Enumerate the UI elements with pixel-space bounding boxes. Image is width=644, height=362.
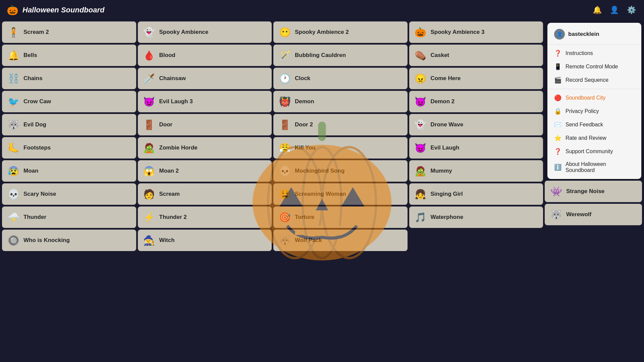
about-icon: ℹ️ xyxy=(554,164,561,171)
col-5: 👾Strange Noise🐺Werewolf xyxy=(545,181,642,225)
waterphone-label: Waterphone xyxy=(431,214,464,221)
crow-caw-label: Crow Caw xyxy=(23,98,51,105)
wolf-pack-label: Wolf Pack xyxy=(295,237,322,244)
sound-btn-bells[interactable]: 🔔Bells xyxy=(2,45,136,66)
moan-label: Moan xyxy=(23,168,38,174)
menu-item-support[interactable]: ❓ Support Community xyxy=(547,145,641,158)
sound-btn-spooky-ambience[interactable]: 👻Spooky Ambience xyxy=(138,21,272,43)
door2-icon: 🚪 xyxy=(279,119,291,130)
sound-btn-chains[interactable]: ⛓️Chains xyxy=(2,68,136,89)
scream-label: Scream xyxy=(159,191,180,197)
col-4: 🎃Spooky Ambience 3⚰️Casket😠Come Here😈Dem… xyxy=(409,21,543,361)
spooky-ambience-label: Spooky Ambience xyxy=(159,29,209,36)
crow-caw-icon: 🐦 xyxy=(7,96,19,107)
torture-icon: 🎯 xyxy=(279,212,291,223)
remote-control-icon: 📱 xyxy=(554,63,561,70)
sound-btn-crow-caw[interactable]: 🐦Crow Caw xyxy=(2,91,136,112)
sound-btn-evil-laugh[interactable]: 😈Evil Laugh xyxy=(409,137,543,159)
notification-icon[interactable]: 🔔 xyxy=(591,4,603,16)
sound-btn-screaming-woman[interactable]: 😫Screaming Woman xyxy=(273,183,408,205)
feedback-icon: ✉️ xyxy=(554,121,561,128)
support-label: Support Community xyxy=(566,148,613,155)
who-is-knocking-label: Who is Knocking xyxy=(23,237,70,244)
sound-btn-thunder2[interactable]: ⚡Thunder 2 xyxy=(138,206,272,228)
privacy-icon: 🔒 xyxy=(554,108,561,115)
scream2-label: Scream 2 xyxy=(23,29,49,36)
settings-icon[interactable]: ⚙️ xyxy=(626,4,637,16)
sound-btn-scream[interactable]: 🧑Scream xyxy=(138,183,272,205)
evil-dog-icon: 🐺 xyxy=(7,119,19,130)
menu-item-privacy-policy[interactable]: 🔒 Privacy Policy xyxy=(547,105,641,118)
sound-btn-singing-girl[interactable]: 👧Singing Girl xyxy=(409,183,543,205)
sound-btn-come-here[interactable]: 😠Come Here xyxy=(409,68,543,89)
sound-btn-blood[interactable]: 🩸Blood xyxy=(138,45,272,66)
sound-btn-mockingbird-song[interactable]: 💀Mockingbird Song xyxy=(273,160,408,182)
sound-btn-moan[interactable]: 😰Moan xyxy=(2,160,136,182)
clock-label: Clock xyxy=(295,75,310,82)
sound-btn-casket[interactable]: ⚰️Casket xyxy=(409,45,543,66)
sound-btn-werewolf[interactable]: 🐺Werewolf xyxy=(545,204,642,225)
user-avatar: 👤 xyxy=(554,29,565,40)
thunder2-icon: ⚡ xyxy=(143,212,155,223)
header-icon-group: 🔔 👤 ⚙️ xyxy=(591,4,637,16)
sound-btn-evil-dog[interactable]: 🐺Evil Dog xyxy=(2,114,136,135)
chainsaw-label: Chainsaw xyxy=(159,75,186,82)
sound-btn-waterphone[interactable]: 🎵Waterphone xyxy=(409,206,543,228)
demon2-icon: 😈 xyxy=(415,96,427,107)
sound-btn-wolf-pack[interactable]: 🐺Wolf Pack xyxy=(273,230,408,251)
sound-btn-door[interactable]: 🚪Door xyxy=(138,114,272,135)
demon2-label: Demon 2 xyxy=(431,98,455,105)
strange-noise-icon: 👾 xyxy=(550,186,562,197)
menu-item-rate-review[interactable]: ⭐ Rate and Review xyxy=(547,131,641,145)
instructions-label: Instructions xyxy=(566,50,593,56)
menu-item-send-feedback[interactable]: ✉️ Send Feedback xyxy=(547,118,641,131)
account-icon[interactable]: 👤 xyxy=(608,4,620,16)
sound-btn-spooky-ambience2[interactable]: 😶Spooky Ambience 2 xyxy=(273,21,408,43)
sound-btn-moan2[interactable]: 😱Moan 2 xyxy=(138,160,272,182)
rate-label: Rate and Review xyxy=(566,135,606,141)
blood-label: Blood xyxy=(159,52,175,59)
menu-item-soundboard-city[interactable]: 🔴 Soundboard City xyxy=(547,91,641,105)
col-2: 👻Spooky Ambience🩸Blood🗡️Chainsaw😈Evil La… xyxy=(138,21,272,361)
col-1: 🧍Scream 2🔔Bells⛓️Chains🐦Crow Caw🐺Evil Do… xyxy=(2,21,136,361)
header: 🎃 Halloween Soundboard 🔔 👤 ⚙️ xyxy=(0,0,644,20)
sound-btn-scream2[interactable]: 🧍Scream 2 xyxy=(2,21,136,43)
sound-btn-who-is-knocking[interactable]: 🔘Who is Knocking xyxy=(2,230,136,251)
evil-dog-label: Evil Dog xyxy=(23,121,46,128)
sound-btn-scary-noise[interactable]: 💀Scary Noise xyxy=(2,183,136,205)
sound-btn-witch[interactable]: 🧙Witch xyxy=(138,230,272,251)
sound-btn-drone-wave[interactable]: 👻Drone Wave xyxy=(409,114,543,135)
sound-btn-mummy[interactable]: 🧟Mummy xyxy=(409,160,543,182)
rate-icon: ⭐ xyxy=(554,134,561,142)
sound-btn-zombie-horde[interactable]: 🧟Zombie Horde xyxy=(138,137,272,159)
door2-label: Door 2 xyxy=(295,121,313,128)
drone-wave-icon: 👻 xyxy=(415,119,427,130)
menu-item-record-sequence[interactable]: 🎬 Record Sequence xyxy=(547,73,641,87)
sound-btn-evil-laugh3[interactable]: 😈Evil Laugh 3 xyxy=(138,91,272,112)
sound-btn-footsteps[interactable]: 🦶Footsteps xyxy=(2,137,136,159)
footsteps-label: Footsteps xyxy=(23,144,51,151)
sound-btn-clock[interactable]: 🕐Clock xyxy=(273,68,408,89)
sound-btn-door2[interactable]: 🚪Door 2 xyxy=(273,114,408,135)
sound-btn-torture[interactable]: 🎯Torture xyxy=(273,206,408,228)
sound-btn-bubbling-cauldron[interactable]: 🪄Bubbling Cauldren xyxy=(273,45,408,66)
sound-btn-chainsaw[interactable]: 🗡️Chainsaw xyxy=(138,68,272,89)
col-3: 😶Spooky Ambience 2🪄Bubbling Cauldren🕐Clo… xyxy=(273,21,408,361)
sound-btn-demon[interactable]: 👹Demon xyxy=(273,91,408,112)
sound-btn-strange-noise[interactable]: 👾Strange Noise xyxy=(545,181,642,202)
menu-item-remote-control[interactable]: 📱 Remote Control Mode xyxy=(547,60,641,73)
sound-btn-kill-you[interactable]: 😤Kill You xyxy=(273,137,408,159)
sound-btn-demon2[interactable]: 😈Demon 2 xyxy=(409,91,543,112)
demon-icon: 👹 xyxy=(279,96,291,107)
scary-noise-icon: 💀 xyxy=(7,189,19,200)
soundboard-city-label: Soundboard City xyxy=(566,95,605,101)
menu-item-about[interactable]: ℹ️ About Halloween Soundboard xyxy=(547,158,641,176)
waterphone-icon: 🎵 xyxy=(415,212,427,223)
sound-btn-thunder[interactable]: 🌩️Thunder xyxy=(2,206,136,228)
bells-icon: 🔔 xyxy=(7,50,19,61)
right-sidebar: 👤 bastecklein ❓ Instructions 📱 Remote Co… xyxy=(545,21,642,361)
witch-icon: 🧙 xyxy=(143,235,155,246)
sound-btn-spooky-ambience3[interactable]: 🎃Spooky Ambience 3 xyxy=(409,21,543,43)
record-sequence-icon: 🎬 xyxy=(554,76,561,84)
menu-item-instructions[interactable]: ❓ Instructions xyxy=(547,47,641,60)
